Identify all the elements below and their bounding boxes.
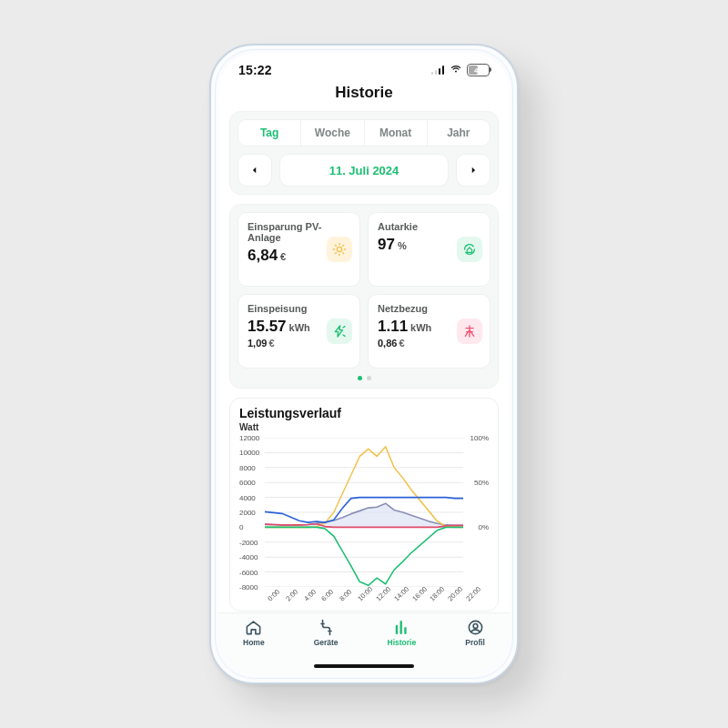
y-axis-right-label: 50% xyxy=(474,479,489,487)
phone-frame: 15:22 44 Historie Tag Woche xyxy=(209,44,519,684)
nav-devices[interactable]: Geräte xyxy=(314,619,339,647)
chart-card: Leistungsverlauf Watt 0:002:004:006:008:… xyxy=(229,398,499,612)
period-tab-week[interactable]: Woche xyxy=(300,120,363,146)
prev-day-button[interactable] xyxy=(238,154,272,187)
x-axis-label: 16:00 xyxy=(410,585,429,603)
wifi-icon xyxy=(450,62,462,78)
period-segmented: Tag Woche Monat Jahr xyxy=(238,119,490,147)
svg-point-13 xyxy=(473,624,478,629)
y-axis-label: 12000 xyxy=(239,434,259,442)
feedin-icon xyxy=(327,318,352,344)
y-axis-label: -8000 xyxy=(239,583,258,592)
pagination-dots[interactable] xyxy=(238,376,490,380)
y-axis-label: 8000 xyxy=(239,463,256,471)
power-chart[interactable]: 0:002:004:006:008:0010:0012:0014:0016:00… xyxy=(239,434,489,607)
grid-icon xyxy=(457,318,482,344)
y-axis-label: 10000 xyxy=(239,449,259,457)
svg-point-0 xyxy=(337,247,341,251)
home-cycle-icon xyxy=(457,237,482,262)
chart-unit: Watt xyxy=(239,422,489,432)
sun-icon xyxy=(327,237,352,262)
x-axis-label: 6:00 xyxy=(320,588,336,603)
cellular-signal-icon xyxy=(431,66,445,75)
y-axis-label: 6000 xyxy=(239,479,256,487)
status-bar: 15:22 44 xyxy=(218,53,510,80)
status-time: 15:22 xyxy=(238,63,272,77)
nav-history[interactable]: Historie xyxy=(388,619,417,647)
battery-icon: 44 xyxy=(467,64,490,76)
y-axis-label: 4000 xyxy=(239,493,256,501)
period-tab-year[interactable]: Jahr xyxy=(427,120,490,146)
period-tab-month[interactable]: Monat xyxy=(364,120,427,146)
y-axis-label: 2000 xyxy=(239,509,256,517)
x-axis-label: 20:00 xyxy=(447,585,465,603)
tile-label: Netzbezug xyxy=(378,303,480,314)
y-axis-right-label: 100% xyxy=(470,434,489,442)
period-tab-day[interactable]: Tag xyxy=(238,120,300,146)
nav-home[interactable]: Home xyxy=(243,619,265,647)
page-title: Historie xyxy=(218,84,510,102)
x-axis-label: 14:00 xyxy=(392,585,410,603)
nav-profile[interactable]: Profil xyxy=(465,619,485,647)
x-axis-label: 2:00 xyxy=(284,588,299,603)
next-day-button[interactable] xyxy=(456,154,490,187)
bottom-nav: Home Geräte Historie Profil xyxy=(218,612,510,675)
x-axis-label: 12:00 xyxy=(374,585,392,603)
y-axis-label: 0 xyxy=(239,523,243,531)
y-axis-label: -6000 xyxy=(239,568,258,576)
x-axis-label: 8:00 xyxy=(339,588,354,603)
tile-grid[interactable]: Netzbezug 1.11kWh 0,86€ xyxy=(368,294,490,369)
x-axis-label: 0:00 xyxy=(266,588,281,603)
y-axis-label: -4000 xyxy=(239,553,258,561)
tile-feedin[interactable]: Einspeisung 15.57kWh 1,09€ xyxy=(238,294,360,369)
page-dot xyxy=(358,376,362,380)
period-selector-group: Tag Woche Monat Jahr 11. Juli 2024 xyxy=(229,111,499,195)
tile-label: Autarkie xyxy=(378,221,480,232)
chart-title: Leistungsverlauf xyxy=(239,406,489,420)
y-axis-right-label: 0% xyxy=(478,523,489,531)
x-axis-label: 4:00 xyxy=(302,588,318,603)
y-axis-label: -2000 xyxy=(239,538,258,546)
page-dot xyxy=(367,376,371,380)
x-axis-label: 10:00 xyxy=(356,585,374,603)
date-picker[interactable]: 11. Juli 2024 xyxy=(279,154,449,187)
x-axis-label: 22:00 xyxy=(464,585,482,603)
tile-label: Einspeisung xyxy=(248,303,350,314)
tile-autarky[interactable]: Autarkie 97% xyxy=(368,212,490,287)
x-axis-label: 18:00 xyxy=(429,585,447,603)
summary-tiles-group: Einsparung PV-Anlage 6,84€ Autarkie 97% xyxy=(229,204,499,389)
tile-savings[interactable]: Einsparung PV-Anlage 6,84€ xyxy=(238,212,360,287)
home-indicator xyxy=(314,664,414,668)
